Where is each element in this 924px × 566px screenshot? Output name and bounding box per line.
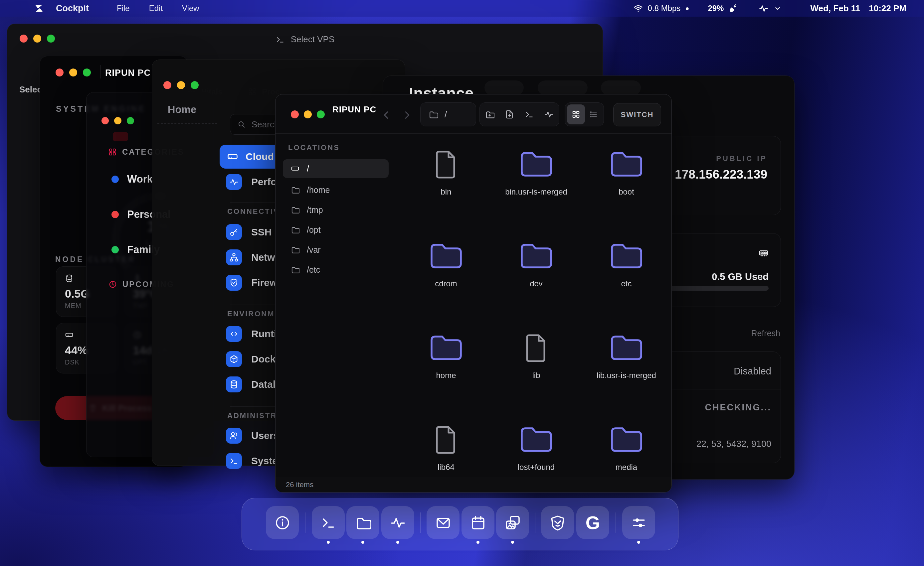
menu-edit[interactable]: Edit [149, 4, 163, 13]
file-item-lib-usr-is-merged[interactable]: lib.usr-is-merged [581, 317, 672, 409]
dock-item-google[interactable]: G [576, 506, 609, 539]
dock-item-settings[interactable] [622, 506, 655, 539]
network-speed: 0.8 Mbps [648, 4, 681, 13]
folder-icon [291, 186, 300, 194]
minimize-button[interactable] [304, 111, 312, 118]
device-name: RIPUN PC [332, 105, 376, 115]
window-title: Select VPS [291, 34, 335, 45]
back-button[interactable] [381, 110, 392, 120]
file-item-bin-usr-is-merged[interactable]: bin.usr-is-merged [491, 133, 581, 225]
running-indicator [362, 541, 364, 544]
minimize-button[interactable] [69, 69, 77, 76]
dock-item-calendar[interactable] [462, 506, 495, 539]
current-path: / [444, 109, 447, 120]
list-view-button[interactable] [585, 105, 602, 124]
dock-item-files[interactable] [346, 506, 380, 539]
activity-status-icon[interactable] [758, 3, 769, 13]
running-indicator [396, 541, 399, 544]
dock-item-mail[interactable] [427, 506, 459, 539]
menu-file[interactable]: File [117, 4, 130, 13]
zoom-button[interactable] [127, 117, 134, 124]
folder-icon [355, 515, 371, 531]
file-item-lost-found[interactable]: lost+found [491, 409, 581, 477]
file-icon [435, 149, 457, 179]
drive-icon [227, 151, 238, 162]
home-title: Home [168, 104, 196, 116]
folder-icon [610, 149, 644, 179]
category-work[interactable]: Work [111, 173, 153, 185]
terminal-icon [320, 515, 336, 531]
status-row: CHECKING... [705, 403, 771, 413]
location-rootetcetc[interactable]: /etc [283, 261, 388, 279]
minimize-button[interactable] [177, 81, 185, 89]
folder-icon [610, 333, 644, 363]
clock-icon [108, 280, 117, 289]
terminal-button[interactable] [525, 110, 534, 119]
chevron-down-icon[interactable] [774, 4, 782, 12]
public-ip-label: PUBLIC IP [716, 154, 767, 163]
location-root[interactable]: / [283, 159, 388, 178]
folder-icon [291, 226, 300, 234]
path-bar[interactable]: / [420, 102, 476, 126]
refresh-link[interactable]: Refresh [751, 329, 780, 338]
status-row: 22, 53, 5432, 9100 [696, 439, 771, 449]
switch-button[interactable]: SWITCH [613, 103, 661, 126]
file-item-boot[interactable]: boot [581, 133, 672, 225]
forward-button[interactable] [401, 110, 412, 120]
info-icon [274, 515, 291, 531]
location-rootoptopt[interactable]: /opt [283, 220, 388, 239]
file-item-etc[interactable]: etc [581, 225, 672, 317]
hard-drive-icon [65, 331, 74, 339]
close-button[interactable] [291, 111, 299, 118]
nav-item-users[interactable]: Users [226, 428, 279, 444]
file-item-cdrom[interactable]: cdrom [401, 225, 491, 317]
shield-icon [229, 278, 238, 287]
zoom-button[interactable] [83, 69, 91, 76]
menubar-date[interactable]: Wed, Feb 11 [810, 3, 860, 13]
activity-button[interactable] [544, 110, 554, 119]
file-item-home[interactable]: home [401, 317, 491, 409]
location-roothomehome[interactable]: /home [283, 181, 388, 199]
close-button[interactable] [56, 69, 63, 76]
battery-percent[interactable]: 29% [708, 4, 724, 13]
terminal-icon [229, 456, 238, 466]
grid-view-button[interactable] [567, 105, 585, 124]
new-file-button[interactable] [505, 110, 514, 119]
dock-item-activity[interactable] [381, 506, 414, 539]
folder-icon [291, 205, 300, 214]
running-indicator [477, 541, 480, 544]
category-dot [111, 211, 119, 218]
pulse-icon [390, 515, 406, 531]
new-folder-button[interactable] [485, 110, 495, 119]
dock-item-brave[interactable] [541, 506, 574, 539]
file-item-lib64[interactable]: lib64 [401, 409, 491, 477]
dock-item-photos[interactable] [496, 506, 529, 539]
wifi-icon[interactable] [633, 3, 643, 13]
file-grid: bin bin.usr-is-merged boot cdrom dev etc… [401, 133, 672, 477]
dock: G [242, 498, 678, 550]
zoom-button[interactable] [190, 81, 199, 89]
file-item-dev[interactable]: dev [491, 225, 581, 317]
menubar-time[interactable]: 10:22 PM [869, 3, 906, 13]
location-roottmptmp[interactable]: /tmp [283, 201, 388, 219]
zoom-button[interactable] [317, 111, 325, 118]
running-indicator [637, 541, 640, 544]
folder-icon [610, 425, 644, 455]
menu-view[interactable]: View [182, 4, 199, 13]
folder-icon [429, 333, 463, 363]
file-manager-sidebar: LOCATIONS / /home /tmp /opt /var /etc [276, 133, 401, 477]
file-item-lib[interactable]: lib [491, 317, 581, 409]
view-toggle [565, 102, 604, 126]
location-rootvarvar[interactable]: /var [283, 240, 388, 259]
dock-item-info[interactable] [266, 506, 299, 539]
folder-icon [291, 246, 300, 254]
file-item-bin[interactable]: bin [401, 133, 491, 225]
public-ip-value: 178.156.223.139 [675, 168, 767, 181]
charging-plug-icon [728, 3, 738, 13]
minimize-button[interactable] [114, 117, 122, 124]
dock-item-terminal[interactable] [312, 506, 345, 539]
close-button[interactable] [102, 117, 109, 124]
file-item-media[interactable]: media [581, 409, 672, 477]
close-button[interactable] [164, 81, 171, 89]
app-title: Cockpit [56, 3, 89, 13]
